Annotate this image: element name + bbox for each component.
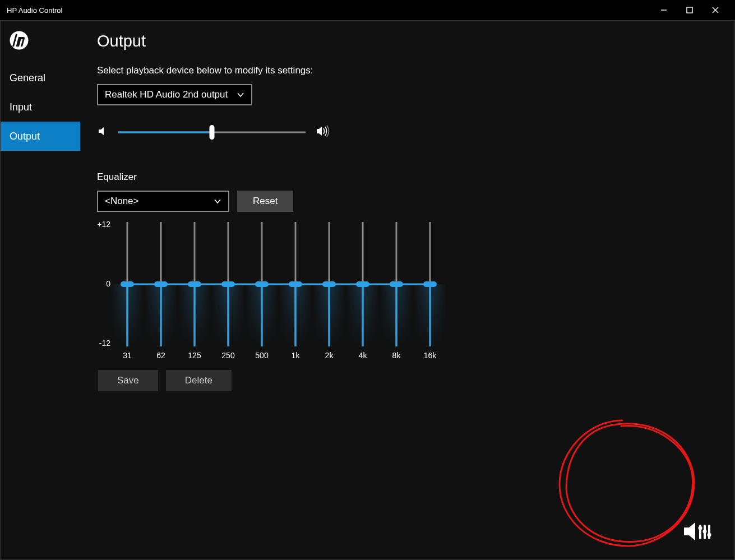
svg-point-12 — [703, 530, 707, 534]
sidebar-item-label: General — [10, 72, 45, 84]
eq-band-freq-label: 125 — [183, 351, 206, 360]
titlebar: HP Audio Control — [0, 0, 735, 20]
eq-band-slider[interactable]: 250 — [223, 222, 234, 362]
sidebar-item-output[interactable]: Output — [1, 122, 80, 151]
delete-button[interactable]: Delete — [166, 370, 232, 391]
eq-band-slider[interactable]: 2k — [323, 222, 335, 362]
eq-band-freq-label: 1k — [284, 351, 307, 360]
eq-band-thumb[interactable] — [356, 281, 369, 287]
eq-band-thumb[interactable] — [390, 281, 403, 287]
svg-rect-10 — [708, 525, 710, 539]
eq-band-slider[interactable]: 31 — [122, 222, 133, 362]
svg-rect-1 — [687, 7, 692, 13]
equalizer-preset-select[interactable]: <None> — [97, 191, 229, 212]
window-title: HP Audio Control — [7, 6, 651, 15]
page-title: Output — [97, 32, 718, 50]
device-subtitle: Select playback device below to modify i… — [97, 65, 718, 76]
eq-band-slider[interactable]: 125 — [189, 222, 200, 362]
red-annotation-circle — [555, 417, 701, 554]
eq-band-thumb[interactable] — [221, 281, 235, 287]
eq-band-thumb[interactable] — [289, 281, 302, 287]
minimize-button[interactable] — [651, 0, 677, 20]
eq-band-thumb[interactable] — [188, 281, 201, 287]
volume-low-icon — [97, 126, 108, 139]
eq-band-freq-label: 500 — [251, 351, 273, 360]
eq-band-freq-label: 31 — [116, 351, 138, 360]
svg-marker-5 — [99, 127, 104, 135]
svg-marker-7 — [684, 522, 695, 540]
chevron-down-icon — [214, 196, 221, 207]
eq-band-freq-label: 8k — [385, 351, 408, 360]
volume-slider[interactable] — [118, 126, 306, 139]
eq-band-freq-label: 4k — [352, 351, 374, 360]
playback-device-value: Realtek HD Audio 2nd output — [105, 89, 228, 100]
save-button[interactable]: Save — [98, 370, 158, 391]
maximize-button[interactable] — [677, 0, 702, 20]
eq-band-freq-label: 16k — [419, 351, 441, 360]
eq-band-thumb[interactable] — [154, 281, 168, 287]
eq-ylabel-zero: 0 — [106, 279, 110, 288]
chevron-down-icon — [237, 89, 244, 100]
eq-band-thumb[interactable] — [121, 281, 134, 287]
eq-band-thumb[interactable] — [255, 281, 269, 287]
eq-ylabel-max: +12 — [97, 220, 110, 229]
volume-high-icon — [316, 124, 332, 140]
equalizer-yaxis: +12 0 -12 — [97, 222, 114, 346]
sidebar-item-label: Input — [10, 101, 32, 113]
eq-band-slider[interactable]: 16k — [424, 222, 436, 362]
eq-band-freq-label: 62 — [150, 351, 172, 360]
eq-band-freq-label: 2k — [318, 351, 340, 360]
eq-band-slider[interactable]: 8k — [391, 222, 402, 362]
equalizer-preset-value: <None> — [105, 196, 139, 207]
eq-ylabel-min: -12 — [99, 339, 110, 348]
sidebar: General Input Output — [1, 21, 80, 559]
svg-marker-6 — [317, 127, 322, 136]
eq-band-freq-label: 250 — [217, 351, 239, 360]
close-button[interactable] — [702, 0, 728, 20]
hp-logo-icon — [1, 21, 80, 63]
eq-band-thumb[interactable] — [423, 281, 437, 287]
playback-device-select[interactable]: Realtek HD Audio 2nd output — [97, 84, 252, 105]
sidebar-item-label: Output — [10, 131, 40, 142]
eq-band-thumb[interactable] — [322, 281, 336, 287]
equalizer-title: Equalizer — [97, 172, 718, 183]
sidebar-item-general[interactable]: General — [1, 63, 80, 92]
equalizer-zero-line — [122, 284, 436, 285]
eq-band-slider[interactable]: 62 — [155, 222, 167, 362]
eq-band-slider[interactable]: 4k — [357, 222, 368, 362]
eq-band-slider[interactable]: 1k — [290, 222, 301, 362]
svg-point-11 — [699, 526, 702, 530]
sidebar-item-input[interactable]: Input — [1, 92, 80, 122]
sound-tray-icon[interactable] — [682, 521, 712, 544]
eq-band-slider[interactable]: 500 — [256, 222, 267, 362]
reset-button[interactable]: Reset — [237, 191, 293, 212]
svg-point-13 — [708, 533, 711, 537]
